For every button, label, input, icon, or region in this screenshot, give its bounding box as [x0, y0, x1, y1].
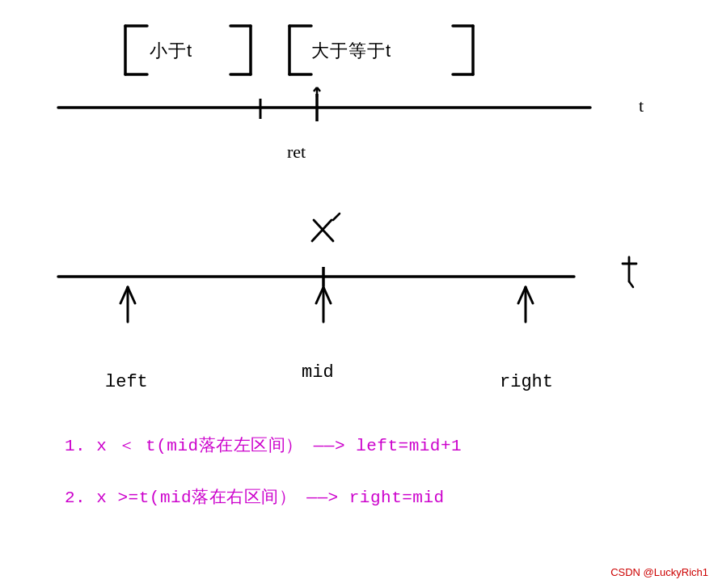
main-container: 小于t 大于等于t t ret left mid right 1. x ＜ t(… — [0, 0, 718, 588]
svg-line-24 — [120, 287, 128, 303]
rule-1: 1. x ＜ t(mid落在左区间） ——> left=mid+1 — [65, 434, 462, 456]
svg-line-30 — [518, 287, 526, 303]
svg-line-22 — [333, 214, 340, 220]
t-label-top: t — [639, 95, 644, 116]
svg-line-25 — [128, 287, 135, 303]
svg-line-27 — [316, 287, 323, 303]
bracket-right-text: 大于等于t — [311, 39, 391, 63]
bracket-left-text: 小于t — [150, 39, 192, 63]
svg-line-17 — [317, 87, 320, 91]
svg-line-31 — [526, 287, 533, 303]
ret-label: ret — [287, 142, 306, 163]
left-label: left — [105, 372, 148, 392]
rule-2: 2. x >=t(mid落在右区间） ——> right=mid — [65, 485, 445, 508]
svg-line-28 — [323, 287, 331, 303]
watermark: CSDN @LuckyRich1 — [610, 566, 708, 578]
mid-label: mid — [302, 362, 334, 383]
svg-line-16 — [314, 87, 317, 91]
right-label: right — [500, 372, 553, 392]
svg-line-21 — [312, 220, 332, 241]
svg-line-20 — [314, 220, 333, 241]
svg-line-34 — [629, 281, 633, 287]
